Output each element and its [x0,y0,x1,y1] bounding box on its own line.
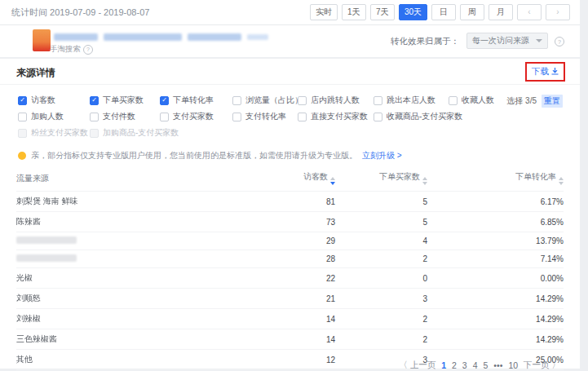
conversion-cell: 14.29% [427,309,564,329]
page-item-3[interactable]: 3 [462,360,467,370]
checkbox-checked-icon[interactable]: ✓ [160,96,169,105]
metric-selector: ✓访客数✓下单买家数✓下单转化率浏览量（占比）店内跳转人数跳出本店人数收藏人数加… [0,85,580,143]
metric-checkbox-直接支付买家数[interactable]: 直接支付买家数 [298,111,374,122]
source-name-cell: 陈辣酱 [16,212,237,232]
time-button-5[interactable]: 周 [460,4,484,20]
checkbox-icon[interactable] [18,129,27,138]
metric-checkbox-下单买家数[interactable]: ✓下单买家数 [90,95,160,106]
pagination-next[interactable]: 下一页 〉 [524,360,560,371]
time-button-3[interactable]: 30天 [399,4,427,20]
metric-checkbox-下单转化率[interactable]: ✓下单转化率 [160,95,232,106]
page-item-2[interactable]: 2 [452,360,457,370]
checkbox-checked-icon[interactable]: ✓ [90,96,99,105]
time-button-0[interactable]: 实时 [310,4,338,20]
upgrade-link[interactable]: 立刻升级 > [362,150,402,161]
metric-row: 粉丝支付买家数加购商品-支付买家数 [18,125,580,141]
metric-checkbox-收藏商品-支付买家数[interactable]: 收藏商品-支付买家数 [374,111,449,122]
page-item-10[interactable]: 10 [508,360,518,370]
selected-count: 选择 3/5 [506,95,537,107]
attribution-select[interactable]: 每一次访问来源 [466,33,548,49]
attribution-label: 转化效果归属于： [391,36,459,47]
order-buyers-cell: 2 [335,329,427,350]
metric-row: ✓访客数✓下单买家数✓下单转化率浏览量（占比）店内跳转人数跳出本店人数收藏人数 [18,92,580,108]
upgrade-notice: 亲，部分指标仅支持专业版用户使用，您当前使用的是标准版，如需使用请升级为专业版。… [18,150,580,161]
metric-checkbox-支付买家数[interactable]: 支付买家数 [160,111,232,122]
attribution-help-icon[interactable]: ? [555,37,564,46]
product-thumbnail [33,29,51,51]
order-buyers-cell: 2 [335,250,427,268]
metric-checkbox-浏览量（占比）[interactable]: 浏览量（占比） [232,95,298,106]
page-item-•••[interactable]: ••• [493,360,502,370]
sort-icon[interactable] [559,177,564,185]
metric-checkbox-跳出本店人数[interactable]: 跳出本店人数 [374,95,449,106]
checkbox-icon[interactable] [298,113,307,121]
checkbox-checked-icon[interactable]: ✓ [18,96,27,105]
table-header-row: 流量来源 访客数 下单买家数 下单转化率 [16,166,564,192]
checkbox-icon[interactable] [18,113,27,121]
metric-label: 跳出本店人数 [387,95,435,106]
visitors-cell: 29 [237,232,335,250]
download-button[interactable]: 下载 [525,62,565,82]
stat-time-bar: 统计时间 2019-07-09 - 2019-08-07 实时1天7天30天日周… [0,0,580,25]
smiley-icon [18,152,26,160]
col-header-conversion[interactable]: 下单转化率 [427,166,564,192]
help-icon[interactable]: ? [83,45,93,55]
metric-checkbox-支付件数[interactable]: 支付件数 [90,111,160,122]
checkbox-icon[interactable] [374,113,382,121]
time-button-6[interactable]: 月 [489,4,513,20]
order-buyers-cell: 4 [335,232,427,250]
table-row: 刘辣椒14214.29% [16,309,564,329]
checkbox-icon[interactable] [160,113,169,121]
col-header-visitors[interactable]: 访客数 [237,166,335,192]
order-buyers-cell: 3 [335,289,427,309]
product-title-masked [54,33,268,41]
visitors-cell: 28 [237,250,335,268]
next-period-button[interactable]: › [546,4,570,20]
metric-checkbox-访客数[interactable]: ✓访客数 [18,95,90,106]
source-detail-panel: 来源详情 下载 ✓访客数✓下单买家数✓下单转化率浏览量（占比）店内跳转人数跳出本… [0,59,580,369]
source-name-cell: 刺梨煲 海南 鲜味 [16,192,237,212]
traffic-source-label: 手淘搜索 [50,44,81,55]
metric-checkbox-店内跳转人数[interactable]: 店内跳转人数 [298,95,374,106]
metric-checkbox-支付转化率[interactable]: 支付转化率 [232,111,298,122]
metric-select-info: 选择 3/5 重置 [506,95,563,108]
product-bar: 手淘搜索 ? 转化效果归属于： 每一次访问来源 ? [0,25,580,57]
metric-checkbox-加购商品-支付买家数: 加购商品-支付买家数 [90,127,160,139]
order-buyers-cell: 2 [335,309,427,329]
prev-period-button[interactable]: ‹ [517,4,542,20]
table-row: 2827.14% [16,250,564,268]
metric-label: 支付转化率 [245,111,286,122]
panel-header: 来源详情 下载 [0,59,580,85]
source-name-cell [16,250,237,268]
page-item-4[interactable]: 4 [473,360,478,370]
conversion-cell: 6.85% [427,212,564,232]
traffic-source-name: 手淘搜索 ? [50,44,93,55]
time-button-1[interactable]: 1天 [342,4,366,20]
metric-label: 支付件数 [103,111,135,122]
reset-button[interactable]: 重置 [542,95,563,108]
checkbox-icon[interactable] [298,96,307,105]
checkbox-icon[interactable] [232,113,241,121]
time-range-group: 实时1天7天30天日周月 ‹ › [310,4,570,20]
time-button-4[interactable]: 日 [431,4,456,20]
page-item-5[interactable]: 5 [484,360,489,370]
metric-label: 浏览量（占比） [245,95,303,106]
checkbox-icon[interactable] [90,129,99,138]
table-row: 刺梨煲 海南 鲜味8156.17% [16,192,564,212]
checkbox-icon[interactable] [449,96,458,105]
sort-icon[interactable] [330,177,335,185]
checkbox-icon[interactable] [232,96,241,105]
checkbox-icon[interactable] [374,96,382,105]
metric-label: 访客数 [31,95,55,106]
metric-label: 下单买家数 [103,95,144,106]
metric-label: 粉丝支付买家数 [31,127,88,139]
checkbox-icon[interactable] [90,113,99,121]
time-button-2[interactable]: 7天 [370,4,395,20]
metric-label: 店内跳转人数 [311,95,360,106]
sort-icon[interactable] [422,177,427,185]
col-header-order-buyers[interactable]: 下单买家数 [335,166,427,192]
page-item-1[interactable]: 1 [441,360,446,370]
pagination-prev[interactable]: 〈 上一页 [399,360,435,371]
conversion-cell: 0.00% [427,268,564,289]
metric-checkbox-加购人数[interactable]: 加购人数 [18,111,90,122]
